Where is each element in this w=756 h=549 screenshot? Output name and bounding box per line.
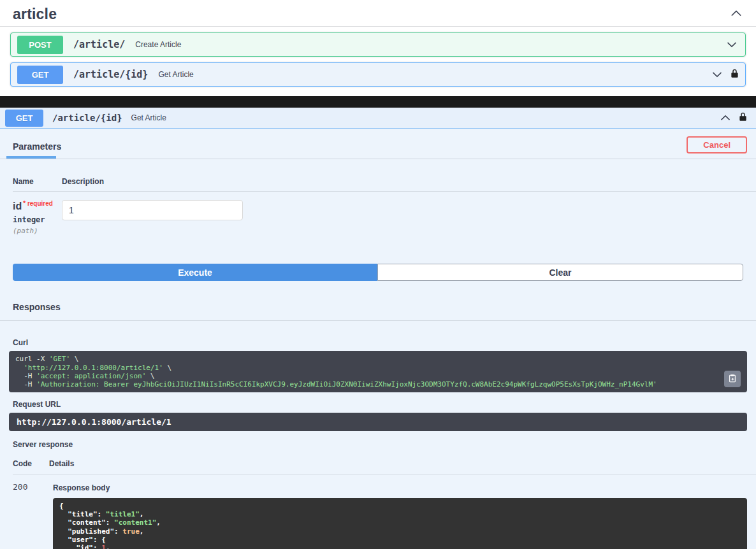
response-line: "content": "content1",	[59, 518, 741, 527]
response-line: "user": {	[59, 536, 741, 544]
curl-line: curl -X 'GET' \	[15, 355, 719, 363]
dark-divider-bar	[0, 96, 756, 108]
copy-curl-button[interactable]	[724, 371, 741, 387]
server-response-label: Server response	[13, 440, 743, 449]
response-line: "id": 1,	[59, 544, 741, 549]
curl-line: -H 'Authorization: Bearer eyJhbGciOiJIUz…	[15, 380, 719, 389]
expanded-op-header[interactable]: GET /article/{id} Get Article	[0, 108, 756, 129]
chevron-down-icon[interactable]	[710, 68, 724, 82]
tag-header-article[interactable]: article	[0, 3, 756, 27]
details-column-header: Details	[49, 459, 74, 468]
opblock-post-create-article[interactable]: POST /article/ Create Article	[10, 32, 746, 57]
request-url-block: http://127.0.0.1:8000/article/1	[9, 413, 747, 431]
expanded-operation-get-article: GET /article/{id} Get Article Parameters…	[0, 108, 756, 549]
clipboard-copy-icon	[728, 374, 737, 385]
parameters-table-header: Name Description	[0, 159, 756, 191]
lock-icon[interactable]	[739, 112, 747, 124]
parameter-location: (path)	[13, 227, 62, 235]
response-table-header: Code Details	[0, 449, 756, 474]
chevron-down-icon[interactable]	[725, 38, 739, 52]
op-path: /article/	[73, 39, 125, 50]
status-code: 200	[13, 481, 53, 549]
parameter-name: id	[13, 201, 22, 211]
lock-icon[interactable]	[731, 69, 739, 81]
curl-label: Curl	[13, 338, 743, 347]
response-line: {	[59, 502, 741, 510]
op-summary: Create Article	[135, 40, 725, 49]
clear-button[interactable]: Clear	[377, 264, 743, 281]
parameters-tab-row: Parameters Cancel	[0, 129, 756, 159]
request-url-label: Request URL	[13, 400, 743, 409]
opblock-get-article[interactable]: GET /article/{id} Get Article	[10, 62, 746, 87]
response-details: Response body { "title": "title1", "cont…	[53, 481, 747, 549]
collapse-tag-button[interactable]	[729, 8, 743, 22]
parameter-meta: id* required integer (path)	[13, 200, 62, 235]
execute-button-group: Execute Clear	[13, 264, 743, 281]
tab-parameters[interactable]: Parameters	[13, 140, 61, 159]
responses-section-title: Responses	[0, 302, 756, 321]
active-tab-underline	[6, 156, 56, 159]
tag-title: article	[13, 6, 729, 23]
response-body-label: Response body	[53, 483, 747, 492]
response-row-200: 200 Response body { "title": "title1", "…	[0, 474, 756, 549]
curl-line: -H 'accept: application/json' \	[15, 372, 719, 380]
parameter-description-cell	[62, 200, 243, 235]
parameter-row-id: id* required integer (path)	[0, 192, 756, 235]
method-badge-get[interactable]: GET	[17, 66, 63, 84]
op-summary: Get Article	[158, 70, 710, 79]
op-summary: Get Article	[131, 113, 425, 122]
parameter-type: integer	[13, 215, 62, 224]
request-url-value: http://127.0.0.1:8000/article/1	[17, 417, 171, 427]
required-marker: * required	[23, 200, 53, 207]
response-line: "title": "title1",	[59, 510, 741, 518]
response-line: "published": true,	[59, 527, 741, 536]
execute-button[interactable]: Execute	[13, 264, 377, 281]
curl-line: 'http://127.0.0.1:8000/article/1' \	[15, 364, 719, 372]
method-badge-get[interactable]: GET	[5, 110, 43, 127]
op-path: /article/{id}	[52, 113, 122, 123]
chevron-up-icon[interactable]	[718, 111, 732, 125]
curl-command-block: curl -X 'GET' \ 'http://127.0.0.1:8000/a…	[9, 351, 747, 392]
method-badge-post[interactable]: POST	[17, 36, 63, 54]
tag-section-article: article POST /article/ Create Article GE…	[0, 0, 756, 87]
name-column-header: Name	[13, 177, 62, 186]
chevron-up-icon	[730, 7, 743, 22]
description-column-header: Description	[62, 177, 104, 186]
code-column-header: Code	[13, 459, 49, 468]
response-body-block: { "title": "title1", "content": "content…	[53, 498, 747, 549]
op-path: /article/{id}	[73, 69, 148, 80]
parameters-tab-label[interactable]: Parameters	[13, 140, 61, 156]
cancel-button[interactable]: Cancel	[687, 136, 747, 153]
id-parameter-input[interactable]	[62, 200, 243, 220]
